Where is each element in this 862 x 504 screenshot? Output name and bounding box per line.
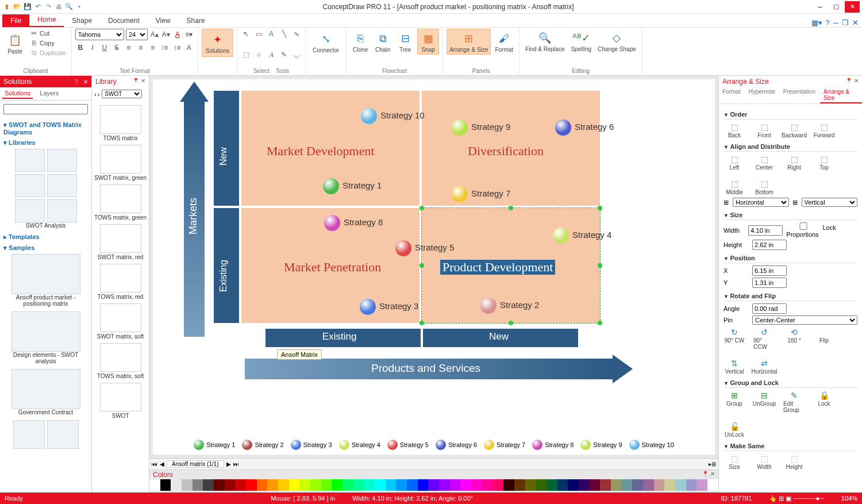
sample-thumb[interactable] (11, 311, 80, 352)
prev-page-icon[interactable]: ◀ (160, 461, 164, 467)
rotate-ccw-button[interactable]: ↺90° CCW (753, 327, 775, 350)
strategy-ball[interactable] (480, 298, 497, 314)
align-left-icon[interactable]: ≡ (124, 43, 134, 53)
help-panel-icon[interactable]: ▦▾ (811, 18, 822, 27)
color-swatch[interactable] (214, 479, 225, 491)
first-page-icon[interactable]: ⏮ (152, 461, 157, 467)
color-swatch[interactable] (632, 479, 643, 491)
qat-open-icon[interactable]: 📂 (13, 2, 22, 11)
strategy-ball[interactable] (324, 215, 340, 231)
align-center-icon[interactable]: ≡ (136, 43, 146, 53)
color-swatch[interactable] (493, 479, 504, 491)
pin-icon[interactable]: 📍 (132, 78, 139, 84)
y-input[interactable] (752, 278, 787, 288)
arr-tab-hypernote[interactable]: Hypernote (745, 87, 779, 103)
qat-save-icon[interactable]: 💾 (23, 2, 32, 11)
grow-font-icon[interactable]: A▴ (149, 29, 160, 40)
color-swatch[interactable] (225, 479, 236, 491)
layers-tab[interactable]: Layers (37, 89, 61, 99)
align-left-button[interactable]: ⬚Left (724, 154, 745, 171)
pin-icon[interactable]: 📍 (73, 79, 80, 85)
strategy-ball[interactable] (452, 186, 468, 202)
lock-button[interactable]: 🔒Lock (813, 390, 835, 413)
tree-button[interactable]: ⊟Tree (395, 29, 415, 54)
color-swatch[interactable] (696, 479, 707, 491)
libraries-section[interactable]: ▾ Libraries (3, 139, 88, 147)
library-item-thumb[interactable] (100, 303, 141, 332)
cut-button[interactable]: ✂Cut (28, 29, 68, 38)
clone-button[interactable]: ⎘Clone (350, 29, 371, 54)
color-swatch[interactable] (707, 479, 718, 491)
align-bottom-button[interactable]: ⬚Bottom (753, 179, 775, 195)
format-button[interactable]: 🖌Format (492, 29, 515, 54)
color-swatch[interactable] (664, 479, 675, 491)
library-item-thumb[interactable] (100, 145, 141, 174)
color-swatch[interactable] (622, 479, 633, 491)
color-swatch[interactable] (203, 479, 214, 491)
library-item-thumb[interactable] (100, 383, 141, 411)
color-swatch[interactable] (675, 479, 686, 491)
tab-home[interactable]: Home (29, 13, 64, 27)
size-section[interactable]: Size (724, 211, 857, 220)
sample-thumb[interactable] (13, 420, 45, 449)
find-replace-button[interactable]: 🔍Find & Replace (523, 29, 567, 53)
maximize-icon[interactable]: ▢ (829, 1, 844, 13)
panel-close-icon[interactable]: ✕ (854, 78, 859, 84)
distribute-horiz-select[interactable]: Horizontal (733, 198, 789, 207)
page-tab[interactable]: Ansoff matrix (1/1) (167, 460, 224, 468)
lock-proportions-checkbox[interactable] (786, 222, 821, 230)
align-right-button[interactable]: ⬚Right (783, 154, 805, 171)
sample-thumb[interactable] (11, 369, 80, 409)
color-swatch[interactable] (353, 479, 364, 491)
qat-print-icon[interactable]: 🖶 (54, 2, 63, 11)
color-swatch[interactable] (686, 479, 697, 491)
rect-tool-icon[interactable]: ▭ (253, 29, 264, 39)
align-right-icon[interactable]: ≡ (148, 43, 158, 53)
strategy-ball[interactable] (323, 178, 339, 194)
color-swatch[interactable] (611, 479, 622, 491)
solutions-search-input[interactable] (3, 104, 88, 114)
chain-button[interactable]: ⧉Chain (372, 29, 393, 54)
text-tool-icon[interactable]: A (266, 29, 276, 39)
order-section[interactable]: Order (724, 111, 857, 120)
library-thumb[interactable] (15, 199, 45, 222)
color-swatch[interactable] (536, 479, 547, 491)
color-swatch[interactable] (418, 479, 429, 491)
pin-select[interactable]: Center-Center (752, 316, 857, 325)
textfx-icon[interactable]: A (184, 43, 194, 53)
angle-input[interactable] (752, 303, 787, 314)
align-center-button[interactable]: ⬚Center (753, 154, 775, 171)
color-swatch[interactable] (149, 479, 160, 491)
doc-close-icon[interactable]: ✕ (852, 18, 859, 27)
edit-group-button[interactable]: ✎Edit Group (783, 390, 805, 413)
color-swatch[interactable] (525, 479, 536, 491)
doc-minimize-icon[interactable]: ─ (833, 18, 838, 27)
align-middle-button[interactable]: ⬚Middle (724, 179, 745, 195)
connector-button[interactable]: ⤡Connector (309, 29, 343, 56)
status-icons[interactable]: 👆 ⊞ ▣ ─────●─ (769, 495, 824, 502)
color-swatch[interactable] (568, 479, 579, 491)
forward-button[interactable]: ⬚Forward (813, 122, 835, 138)
color-swatch[interactable] (654, 479, 665, 491)
ungroup-button[interactable]: ⊟UnGroup (753, 390, 775, 413)
same-size-button[interactable]: ⬚Size (724, 453, 745, 470)
align-dropdown-icon[interactable]: ≡▾ (184, 29, 194, 40)
color-swatch[interactable] (332, 479, 343, 491)
qat-undo-icon[interactable]: ↶ (33, 2, 43, 11)
panel-close-icon[interactable]: ✕ (83, 79, 88, 85)
color-swatch[interactable] (278, 479, 289, 491)
duplicate-button[interactable]: ⧉Duplicate (28, 48, 68, 57)
color-swatch[interactable] (321, 479, 332, 491)
library-thumb[interactable] (47, 199, 77, 222)
color-swatch[interactable] (471, 479, 482, 491)
copy-button[interactable]: ⎘Copy (28, 39, 68, 48)
arr-tab-format[interactable]: Format (719, 87, 744, 103)
ellipse-tool-icon[interactable]: ○ (253, 49, 264, 60)
color-swatch[interactable] (257, 479, 268, 491)
lasso-tool-icon[interactable]: ⬚ (241, 49, 251, 60)
same-height-button[interactable]: ⬚Height (783, 453, 805, 470)
color-swatch[interactable] (396, 479, 407, 491)
rotate-180-button[interactable]: ⟲180 ° (783, 327, 805, 350)
color-swatch[interactable] (514, 479, 525, 491)
color-swatch[interactable] (289, 479, 300, 491)
